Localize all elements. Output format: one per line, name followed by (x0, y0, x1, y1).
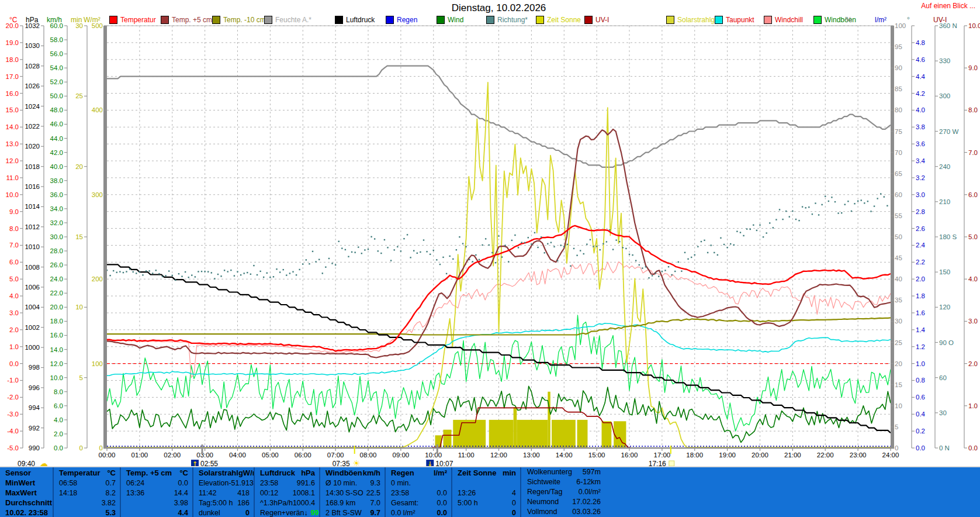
series-richtung (874, 205, 875, 206)
series-richtung (214, 278, 215, 279)
glance-link[interactable]: Auf einen Blick ... (921, 2, 975, 10)
info-row: Regen/Tag0.0l/m² (521, 488, 609, 498)
legend-item-solarstrahlg: Solarstrahlg (666, 16, 715, 24)
series-richtung (593, 246, 594, 247)
tick-label-deg: 30 (939, 409, 947, 416)
series-richtung (508, 261, 509, 262)
unit-header-: ° (907, 16, 910, 24)
series-richtung (152, 273, 153, 274)
row-label: Durchschnitt (0, 498, 53, 508)
series-richtung (782, 219, 783, 220)
series-richtung (240, 274, 241, 275)
series-richtung (351, 251, 352, 253)
series-richtung (325, 266, 326, 267)
tick-label-kmh: 16.0 (50, 332, 63, 339)
series-richtung (541, 236, 542, 237)
series-richtung (195, 276, 196, 277)
tick-label-kmh: 0.0 (54, 444, 63, 451)
series-richtung (867, 201, 868, 202)
series-richtung (335, 264, 336, 266)
table-cell: 06:240.0 (121, 478, 192, 488)
series-richtung (136, 273, 137, 274)
x-tick-label: 24:00 (882, 451, 899, 459)
series-richtung (116, 272, 117, 273)
table-cell: 5:00 h0 (452, 498, 520, 508)
series-richtung (779, 209, 780, 210)
series-richtung (302, 263, 303, 264)
series-richtung (818, 214, 819, 215)
series-richtung (224, 270, 225, 271)
tick-label-pct: 25 (895, 339, 902, 346)
series-richtung (426, 251, 427, 252)
tick-label-pct: 5 (895, 423, 898, 430)
x-tick-label: 07:00 (327, 451, 344, 459)
tick-label-min: 10 (75, 304, 83, 311)
series-richtung (315, 261, 316, 262)
x-tick-label: 09:00 (392, 451, 409, 459)
legend-label: Taupunkt (726, 16, 754, 24)
series-richtung (433, 250, 434, 251)
series-richtung (378, 250, 379, 251)
series-richtung (491, 252, 493, 253)
series-richtung (746, 228, 747, 229)
tick-label-pct: 35 (895, 297, 902, 304)
series-richtung (269, 277, 271, 278)
series-richtung (880, 193, 881, 194)
tick-label-deg: 330 (939, 57, 950, 64)
tick-label-kmh: 34.0 (50, 205, 63, 212)
legend-swatch (264, 16, 272, 24)
series-richtung (798, 220, 799, 221)
tick-label-lm2: 0.4 (916, 411, 926, 418)
series-richtung (456, 249, 457, 250)
series-richtung (678, 261, 679, 263)
tick-label-pct: 90 (895, 64, 902, 71)
series-richtung (815, 202, 816, 204)
legend-swatch (212, 16, 220, 24)
series-richtung (590, 239, 591, 240)
series-richtung (521, 242, 522, 243)
tick-label-pct: 85 (895, 85, 902, 92)
legend-label: Zeit Sonne (547, 16, 581, 24)
tick-label-kmh: 58.0 (50, 36, 63, 43)
sunshine-block (444, 430, 452, 448)
tick-label-hpa: 990 (29, 444, 40, 451)
tick-label-degc: 18.0 (6, 56, 19, 63)
series-richtung (753, 225, 754, 226)
tick-label-min: 20 (75, 163, 83, 170)
series-richtung (580, 250, 581, 251)
tick-label-lm2: 1.8 (916, 292, 925, 299)
tick-label-degc: 7.0 (9, 242, 19, 249)
tick-label-lm2: 3.8 (916, 123, 925, 130)
series-richtung (789, 216, 790, 217)
series-richtung (550, 242, 552, 243)
tick-label-pct: 0 (895, 444, 898, 451)
series-richtung (681, 270, 682, 271)
col-header: Zeit Sonnemin (452, 468, 520, 478)
series-richtung (805, 207, 806, 208)
unit-header-min: min (71, 16, 82, 24)
series-richtung (175, 280, 176, 281)
col-header: Windböenkm/h (320, 468, 385, 478)
series-richtung (220, 275, 221, 277)
series-richtung (726, 247, 728, 248)
series-richtung (736, 231, 737, 232)
series-richtung (720, 237, 721, 239)
tick-label-pct: 45 (895, 254, 902, 261)
table-cell: Tag:5:00 h186 (193, 498, 254, 508)
series-richtung (129, 268, 130, 270)
tick-label-kmh: 6.0 (54, 402, 63, 409)
tick-label-hpa: 1016 (25, 183, 40, 190)
tick-label-hpa: 1026 (25, 82, 40, 89)
table-cell: 11:42418 (193, 488, 254, 498)
x-tick-label: 08:00 (360, 451, 377, 459)
series-richtung (407, 234, 408, 235)
series-richtung (537, 247, 538, 248)
table-cell: Gesamt:0.0 (386, 498, 451, 508)
series-richtung (769, 222, 770, 223)
tick-label-deg: 300 (939, 92, 950, 99)
tick-label-kmh: 56.0 (50, 50, 63, 57)
series-richtung (697, 246, 698, 247)
series-richtung (263, 277, 264, 278)
tick-label-hpa: 1006 (25, 284, 40, 291)
x-tick-label: 00:00 (99, 451, 116, 459)
